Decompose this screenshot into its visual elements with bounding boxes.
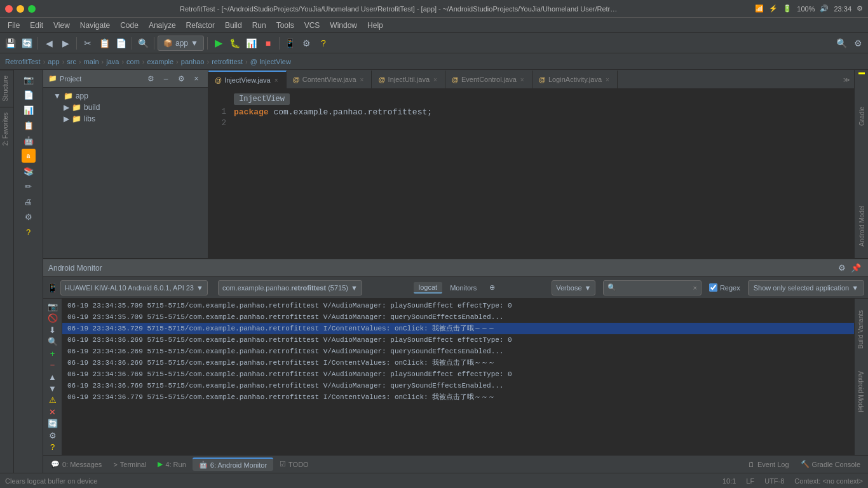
tab-close-3[interactable]: × — [432, 76, 438, 84]
tabs-overflow-btn[interactable]: ≫ — [839, 71, 854, 88]
tree-item-build[interactable]: ▶ 📁 build — [43, 102, 208, 113]
tab-terminal[interactable]: > Terminal — [108, 459, 151, 470]
logcat-filter-btn[interactable]: 🔍 — [46, 336, 60, 346]
tab-inject-view[interactable]: @ InjectView.java × — [208, 71, 287, 88]
breadcrumb-example[interactable]: example — [147, 58, 174, 65]
menu-window[interactable]: Window — [325, 20, 362, 31]
menu-navigate[interactable]: Navigate — [75, 20, 115, 31]
book-icon-btn[interactable]: 📚 — [22, 164, 36, 178]
logcat-gear-btn[interactable]: ⚙ — [46, 430, 60, 440]
project-collapse-btn[interactable]: – — [159, 72, 172, 85]
avd-btn[interactable]: 📱 — [283, 36, 298, 51]
build-variants-label[interactable]: Build Variants — [855, 305, 867, 354]
global-search-btn[interactable]: 🔍 — [834, 36, 849, 51]
logcat-down-btn[interactable]: ▼ — [46, 383, 60, 393]
log-line-6[interactable]: 06-19 23:34:36.269 5715-5715/com.example… — [62, 357, 854, 369]
close-button[interactable] — [5, 5, 13, 13]
search-container[interactable]: 🔍 × — [603, 280, 701, 295]
menu-analyze[interactable]: Analyze — [144, 20, 181, 31]
logcat-add-btn[interactable]: + — [46, 348, 60, 358]
clear-search-btn[interactable]: × — [693, 284, 696, 292]
tab-content-view[interactable]: @ ContentView.java × — [287, 71, 372, 88]
project-settings-btn[interactable]: ⚙ — [144, 72, 157, 85]
breadcrumb-java[interactable]: java — [106, 58, 119, 65]
menu-code[interactable]: Code — [115, 20, 144, 31]
question-icon-btn[interactable]: ? — [22, 225, 36, 239]
logcat-clear-btn[interactable]: 🚫 — [46, 313, 60, 323]
logcat-scroll-btn[interactable]: ⬇ — [46, 325, 60, 335]
menu-file[interactable]: File — [3, 20, 25, 31]
tree-item-app[interactable]: ▼ 📁 app — [43, 90, 208, 102]
package-dropdown[interactable]: com.example.panhao.retrofittest (5715) ▼ — [218, 280, 362, 295]
spreadsheet-icon-btn[interactable]: 📋 — [22, 118, 36, 132]
app-module-dropdown[interactable]: 📦 app ▼ — [158, 36, 204, 51]
log-line-7[interactable]: 06-19 23:34:36.769 5715-5715/com.example… — [62, 369, 854, 380]
tab-gradle-console[interactable]: 🔨 Gradle Console — [796, 458, 865, 470]
device-dropdown[interactable]: HUAWEI KIW-AL10 Android 6.0.1, API 23 ▼ — [60, 280, 208, 295]
project-gear-btn[interactable]: ⚙ — [175, 72, 187, 85]
menu-build[interactable]: Build — [220, 20, 247, 31]
breadcrumb-src[interactable]: src — [67, 58, 76, 65]
android-icon-btn[interactable]: 🤖 — [22, 133, 36, 147]
camera-icon-btn[interactable]: 📷 — [22, 72, 36, 86]
print-icon-btn[interactable]: 🖨 — [22, 194, 36, 208]
logcat-remove-btn[interactable]: − — [46, 360, 60, 370]
project-close-btn[interactable]: × — [190, 72, 203, 85]
log-line-2[interactable]: 06-19 23:34:35.709 5715-5715/com.example… — [62, 311, 854, 323]
toolbar-forward-btn[interactable]: ▶ — [58, 36, 73, 51]
tab-event-log[interactable]: 🗒 Event Log — [743, 459, 794, 470]
help-btn[interactable]: ? — [316, 36, 331, 51]
breadcrumb-retrofittest[interactable]: RetrofitTest — [5, 58, 41, 65]
log-line-3[interactable]: 06-19 23:34:35.729 5715-5715/com.example… — [62, 323, 854, 334]
logcat-cam-btn[interactable]: 📷 — [46, 301, 60, 311]
tab-close-2[interactable]: × — [359, 76, 365, 84]
breadcrumb-app[interactable]: app — [48, 58, 59, 65]
editor-content[interactable]: InjectView 1 package com.example.panhao.… — [208, 89, 854, 258]
toolbar-find-btn[interactable]: 🔍 — [135, 36, 151, 51]
tab-android-monitor[interactable]: 🤖 6: Android Monitor — [193, 458, 273, 471]
menu-run[interactable]: Run — [247, 20, 271, 31]
verbose-dropdown[interactable]: Verbose ▼ — [552, 280, 595, 295]
tab-login-activity[interactable]: @ LoginActivity.java × — [532, 71, 618, 88]
log-line-8[interactable]: 06-19 23:34:36.769 5715-5715/com.example… — [62, 380, 854, 391]
log-line-9[interactable]: 06-19 23:34:36.779 5715-5715/com.example… — [62, 391, 854, 403]
tree-item-libs[interactable]: ▶ 📁 libs — [43, 113, 208, 125]
structure-label[interactable]: Structure — [0, 70, 13, 107]
tab-close-5[interactable]: × — [604, 76, 611, 84]
toolbar-back-btn[interactable]: ◀ — [41, 36, 57, 51]
tab-close-4[interactable]: × — [519, 76, 526, 84]
logcat-tab[interactable]: logcat — [414, 282, 442, 294]
settings-icon[interactable]: ⚙ — [857, 4, 863, 13]
menu-edit[interactable]: Edit — [25, 20, 48, 31]
show-only-selected-dropdown[interactable]: Show only selected application ▼ — [748, 280, 864, 295]
log-search-input[interactable] — [616, 284, 693, 292]
tab-run[interactable]: ▶ 4: Run — [153, 458, 191, 470]
stop-btn[interactable]: ■ — [261, 36, 276, 51]
gear2-icon-btn[interactable]: ⚙ — [22, 210, 36, 224]
android-model-label-2[interactable]: Android Model — [855, 366, 867, 417]
logcat-up-btn[interactable]: ▲ — [46, 372, 60, 382]
menu-vcs[interactable]: VCS — [299, 20, 325, 31]
breadcrumb-injectview[interactable]: @ InjectView — [250, 58, 291, 65]
breadcrumb-com[interactable]: com — [126, 58, 140, 65]
chart-icon-btn[interactable]: 📊 — [22, 103, 36, 117]
tab-todo[interactable]: ☑ TODO — [275, 458, 314, 470]
amazon-icon-btn[interactable]: a — [22, 149, 36, 163]
maximize-button[interactable] — [28, 5, 36, 13]
logcat-help-btn[interactable]: ? — [46, 442, 60, 452]
monitor-pin-btn[interactable]: 📌 — [849, 261, 863, 275]
sdk-btn[interactable]: ⚙ — [299, 36, 315, 51]
coverage-btn[interactable]: 📊 — [244, 36, 259, 51]
tab-messages[interactable]: 💬 0: Messages — [46, 458, 107, 470]
settings-gear-btn[interactable]: ⚙ — [850, 36, 865, 51]
log-line-4[interactable]: 06-19 23:34:36.269 5715-5715/com.example… — [62, 334, 854, 346]
run-btn[interactable]: ▶ — [211, 36, 226, 51]
debug-btn[interactable]: 🐛 — [227, 36, 243, 51]
document-icon-btn[interactable]: 📄 — [22, 88, 36, 102]
menu-refactor[interactable]: Refactor — [181, 20, 220, 31]
toolbar-sync-btn[interactable]: 🔄 — [19, 36, 34, 51]
tab-close-1[interactable]: × — [273, 76, 280, 85]
favorites-label[interactable]: 2: Favorites — [0, 107, 13, 151]
logcat-reload-btn[interactable]: 🔄 — [46, 419, 60, 429]
log-line-1[interactable]: 06-19 23:34:35.709 5715-5715/com.example… — [62, 300, 854, 311]
